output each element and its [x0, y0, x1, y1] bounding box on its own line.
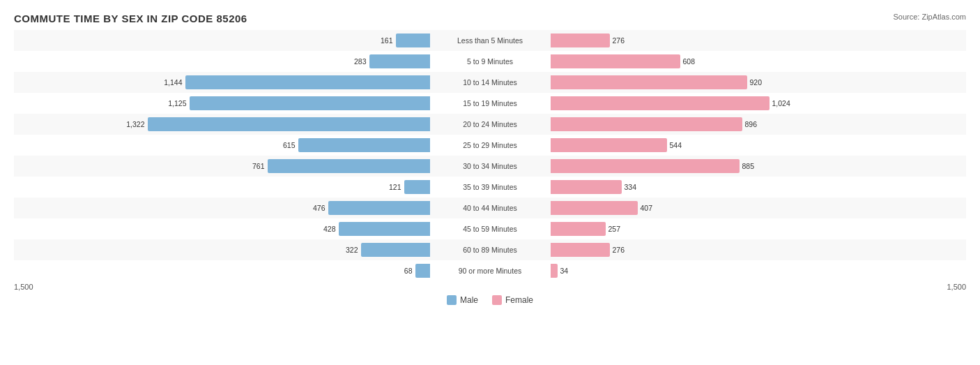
legend-male-box — [447, 295, 457, 305]
legend-female-label: Female — [505, 295, 533, 305]
female-bar — [551, 180, 622, 194]
female-bar — [551, 243, 610, 257]
male-bar — [396, 33, 430, 47]
table-row: 283 5 to 9 Minutes 608 — [14, 51, 966, 72]
male-value: 615 — [273, 141, 296, 149]
row-label: 35 to 39 Minutes — [433, 183, 548, 191]
row-label: 40 to 44 Minutes — [433, 204, 548, 212]
legend-male: Male — [447, 295, 478, 305]
table-row: 1,144 10 to 14 Minutes 920 — [14, 72, 966, 93]
male-value: 476 — [303, 204, 326, 212]
axis-right: 1,500 — [947, 283, 966, 291]
female-bar — [551, 264, 558, 278]
male-value: 1,125 — [164, 99, 187, 107]
male-bar — [361, 243, 430, 257]
table-row: 761 30 to 34 Minutes 885 — [14, 156, 966, 177]
male-value: 1,322 — [123, 120, 145, 128]
female-value: 896 — [745, 120, 767, 128]
table-row: 1,125 15 to 19 Minutes 1,024 — [14, 93, 966, 114]
male-bar — [339, 222, 430, 236]
male-bar — [190, 96, 430, 110]
male-bar — [328, 201, 430, 215]
row-label: 30 to 34 Minutes — [433, 162, 548, 170]
legend-male-label: Male — [460, 295, 478, 305]
male-value: 161 — [371, 36, 393, 45]
female-value: 920 — [750, 78, 772, 87]
legend-female-box — [492, 295, 502, 305]
female-value: 1,024 — [772, 99, 795, 107]
female-value: 34 — [560, 267, 583, 275]
male-bar — [298, 138, 430, 152]
male-bar — [415, 264, 430, 278]
table-row: 121 35 to 39 Minutes 334 — [14, 177, 966, 198]
female-value: 407 — [641, 204, 663, 212]
table-row: 476 40 to 44 Minutes 407 — [14, 198, 966, 218]
rows-container: 161 Less than 5 Minutes 276 283 5 to 9 M… — [14, 30, 966, 281]
male-value: 428 — [314, 225, 336, 233]
female-bar — [551, 159, 740, 173]
row-label: Less than 5 Minutes — [433, 36, 548, 45]
male-bar — [268, 159, 430, 173]
axis-left: 1,500 — [14, 283, 33, 291]
table-row: 161 Less than 5 Minutes 276 — [14, 30, 966, 51]
female-value: 544 — [670, 141, 692, 149]
row-label: 15 to 19 Minutes — [433, 99, 548, 107]
female-value: 257 — [608, 225, 631, 233]
male-value: 121 — [379, 183, 401, 191]
row-label: 10 to 14 Minutes — [433, 78, 548, 87]
row-label: 20 to 24 Minutes — [433, 120, 548, 128]
female-value: 334 — [625, 183, 647, 191]
row-label: 5 to 9 Minutes — [433, 57, 548, 66]
source-text: Source: ZipAtlas.com — [893, 13, 966, 21]
table-row: 428 45 to 59 Minutes 257 — [14, 218, 966, 239]
female-bar — [551, 222, 606, 236]
table-row: 1,322 20 to 24 Minutes 896 — [14, 114, 966, 135]
male-bar — [404, 180, 430, 194]
legend-female: Female — [492, 295, 533, 305]
row-label: 90 or more Minutes — [433, 267, 548, 275]
male-value: 68 — [390, 267, 413, 275]
female-bar — [551, 138, 667, 152]
male-bar — [185, 75, 430, 89]
row-label: 45 to 59 Minutes — [433, 225, 548, 233]
chart-container: COMMUTE TIME BY SEX IN ZIP CODE 85206 So… — [0, 0, 980, 365]
female-bar — [551, 75, 747, 89]
chart-title: COMMUTE TIME BY SEX IN ZIP CODE 85206 — [14, 13, 966, 24]
table-row: 322 60 to 89 Minutes 276 — [14, 239, 966, 260]
male-value: 761 — [243, 162, 265, 170]
female-bar — [551, 201, 638, 215]
male-value: 1,144 — [160, 78, 183, 87]
axis-labels: 1,500 1,500 — [14, 283, 966, 291]
row-label: 60 to 89 Minutes — [433, 246, 548, 254]
male-bar — [148, 117, 430, 131]
female-value: 276 — [613, 246, 635, 254]
legend: Male Female — [14, 295, 966, 305]
table-row: 68 90 or more Minutes 34 — [14, 260, 966, 281]
male-value: 283 — [344, 57, 367, 66]
female-bar — [551, 33, 610, 47]
chart-area: 161 Less than 5 Minutes 276 283 5 to 9 M… — [14, 30, 966, 320]
female-value: 276 — [613, 36, 635, 45]
row-label: 25 to 29 Minutes — [433, 141, 548, 149]
male-value: 322 — [336, 246, 358, 254]
female-bar — [551, 54, 680, 68]
female-value: 885 — [742, 162, 765, 170]
female-value: 608 — [683, 57, 705, 66]
female-bar — [551, 117, 742, 131]
male-bar — [369, 54, 430, 68]
female-bar — [551, 96, 770, 110]
table-row: 615 25 to 29 Minutes 544 — [14, 135, 966, 156]
